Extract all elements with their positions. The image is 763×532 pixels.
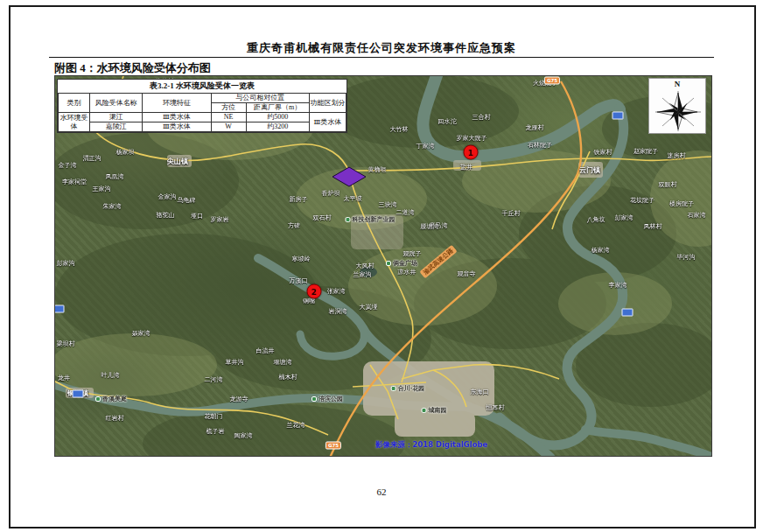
map-place-label: 科技创新产业园 — [346, 215, 396, 224]
poi-icon — [391, 386, 396, 391]
map-place-label: 大岚垭 — [360, 303, 378, 312]
map-place-label: 张家湾 — [327, 287, 346, 296]
cell-direction: W — [211, 122, 246, 132]
map-place-label: 罗家岩 — [211, 215, 229, 224]
col-header-distance: 距离厂界（m） — [246, 103, 309, 113]
map-place-label: 花朝门 — [205, 412, 223, 421]
map-place-label: 三块湾 — [379, 200, 397, 209]
map-place-label: 城南园 — [422, 406, 447, 415]
poi-icon — [386, 261, 391, 266]
map-place-label: 寒坡岭 — [292, 255, 311, 263]
map-place-label: 观音寺 — [458, 270, 476, 278]
map-place-label: 恒耳村 — [486, 403, 505, 412]
cell-feature: Ⅲ类水体 — [143, 122, 211, 132]
map-place-label: 双石村 — [313, 214, 332, 222]
map-place-label: 东海口 — [471, 388, 489, 396]
map-place-label: 草井沟 — [226, 358, 244, 367]
blue-route-badge-icon — [612, 112, 624, 120]
map-place-label: 尖山镇 — [167, 157, 188, 166]
map-place-label: 兰花湾 — [287, 421, 305, 430]
map-place-label: 楠木村 — [279, 373, 298, 382]
blue-route-badge-icon — [622, 309, 634, 317]
map-place-label: 八角坟 — [587, 215, 606, 224]
map-place-label: 梳子岩 — [206, 427, 225, 436]
map-place-label: 新房子 — [290, 195, 308, 204]
map-place-label: 杨家坝 — [116, 148, 135, 157]
map-place-label: 骆驼山 — [157, 211, 175, 220]
cell-direction: NE — [211, 113, 246, 122]
map-place-label: 兰家沟 — [354, 270, 372, 279]
map-place-label: 回水沱 — [438, 117, 457, 126]
page-number: 62 — [0, 486, 763, 497]
col-header-category: 类别 — [59, 94, 90, 113]
map-place-label: 方碑 — [288, 221, 300, 230]
map-place-label: 王家沟 — [93, 185, 111, 193]
map-place-label: 香炉坝 — [322, 189, 340, 198]
map-place-label: 彭家沟 — [57, 259, 75, 268]
table-row: 嘉陵江 Ⅲ类水体 W 约3200 — [59, 122, 346, 132]
map-place-label: 俩金广场 — [386, 259, 417, 268]
map-place-label: 梁坝村 — [57, 340, 75, 348]
map-place-label: 二河湾 — [205, 375, 223, 384]
col-header-position-group: 与公司相对位置 — [211, 94, 309, 103]
map-place-label: 叶儿湾 — [102, 371, 120, 380]
map-terrain-layer — [55, 76, 711, 456]
map-place-label: 二道湾 — [396, 208, 415, 217]
map-place-label: 大风村 — [356, 262, 374, 270]
map-place-label: 赵家院子 — [634, 147, 658, 156]
map-place-label: 凤凰湾 — [106, 172, 124, 181]
header-rule — [49, 57, 714, 58]
map-place-label: 李家湾 — [609, 281, 627, 290]
map-place-label: 迷房村 — [668, 151, 686, 160]
map-place-label: 岩洞湾 — [329, 307, 347, 316]
col-header-zoning: 功能区划分 — [309, 94, 346, 113]
map-place-label: 毕河沟 — [677, 253, 696, 262]
map-place-label: 香溪美庭 — [95, 395, 127, 403]
map-place-label: 丁家湾 — [416, 142, 435, 150]
map-place-label: 观院子 — [403, 249, 422, 258]
map-place-label: 金家沟 — [158, 192, 177, 201]
col-header-feature: 环境特征 — [143, 94, 211, 113]
map-place-label: 杨家湾 — [592, 246, 610, 255]
river-southeast — [585, 430, 711, 456]
cell-distance: 约5000 — [246, 113, 309, 122]
col-header-direction: 方位 — [211, 103, 246, 113]
map-place-label: 三合村 — [472, 113, 491, 122]
receptor-marker-1[interactable]: 1 — [464, 145, 479, 160]
map-place-label: 太平坡 — [344, 194, 362, 203]
map-place-label: 罗家大院子 — [457, 134, 487, 143]
map-place-label: 楼房院子 — [669, 200, 694, 208]
map-place-label: 朱家湾 — [103, 202, 122, 211]
receptor-marker-2[interactable]: 2 — [307, 284, 322, 299]
cell-receptor: 嘉陵江 — [90, 122, 143, 132]
map-place-label: 白流井 — [256, 346, 275, 355]
poi-icon — [95, 396, 101, 402]
cell-category: 水环境受体 — [59, 113, 90, 132]
map-place-label: 千丘村 — [502, 209, 521, 218]
map-place-label: 凉水井 — [398, 268, 416, 276]
map-place-label: 红岩村 — [106, 414, 124, 423]
expressway-shield-badge: G75 — [326, 442, 341, 450]
expressway-shield-badge: G75 — [544, 77, 560, 85]
map-place-label: 清正沟 — [83, 154, 102, 163]
map-place-label: 花坟院子 — [630, 196, 654, 205]
poi-icon — [346, 217, 351, 222]
blue-route-badge-icon — [54, 305, 65, 313]
document-header-title: 重庆奇甫机械有限责任公司突发环境事件应急预案 — [0, 40, 763, 56]
map-place-label: 石家湾 — [688, 211, 706, 220]
map-place-label: 涪滨公园 — [312, 395, 343, 403]
satellite-map[interactable]: 斗笠村火烧院子金子湾清正沟杨家坝尖山镇凤凰湾李家祠堂王家沟朱家湾金家沟乌龟碑骆驼… — [54, 75, 712, 457]
compass-rose-icon — [649, 88, 705, 134]
table-row: 水环境受体 渠江 Ⅲ类水体 NE 约5000 Ⅲ类水体 — [59, 113, 346, 122]
company-location-diamond[interactable] — [331, 165, 368, 188]
map-place-label: 大竹林 — [390, 125, 409, 134]
map-place-label: 云门镇 — [579, 165, 600, 175]
map-place-label: 陶家湾 — [234, 431, 253, 440]
map-place-label: 石林院子 — [528, 141, 552, 150]
cell-zoning: Ⅲ类水体 — [309, 113, 346, 132]
map-place-label: 聂家湾 — [132, 329, 150, 338]
map-place-label: 龙井 — [58, 374, 70, 382]
map-place-label: 堰塘湾 — [274, 358, 292, 367]
map-place-label: 凤林村 — [644, 222, 662, 231]
cell-distance: 约3200 — [246, 122, 309, 132]
